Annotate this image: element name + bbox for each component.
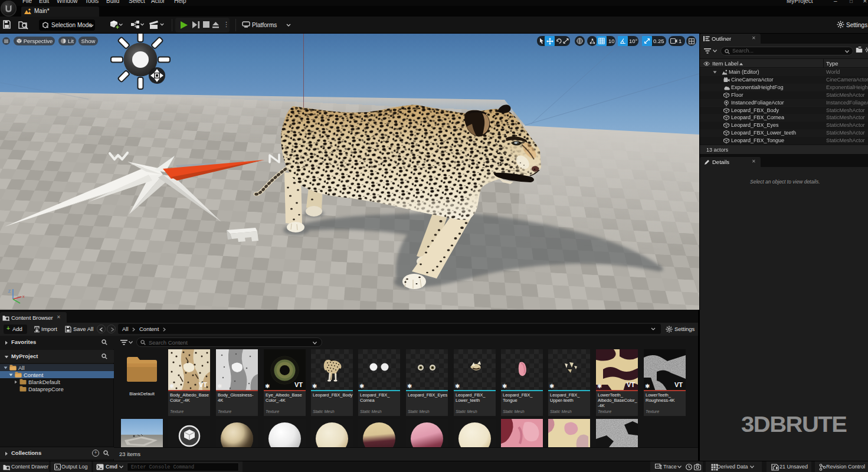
svg-text:x: x bbox=[22, 294, 25, 299]
svg-text:Z: Z bbox=[8, 289, 11, 293]
